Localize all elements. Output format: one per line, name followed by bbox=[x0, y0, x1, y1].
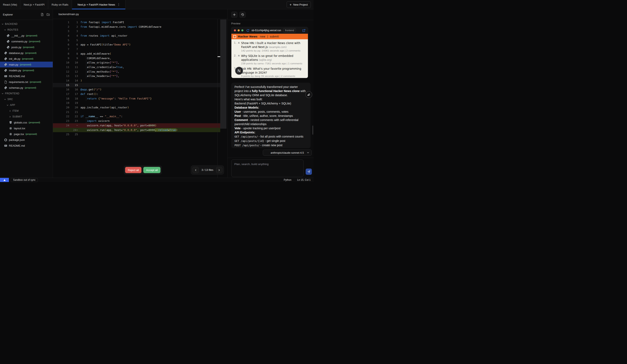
tree-file-layout-tsx[interactable]: layout.tsx bbox=[0, 125, 53, 131]
code-line[interactable]: 24+ uvicorn.run(app, host="0.0.0.0", por… bbox=[53, 128, 220, 132]
language-indicator[interactable]: Python bbox=[284, 178, 291, 181]
tree-file-main-py[interactable]: main.py(proposed) bbox=[0, 62, 53, 67]
code-text: app.include_router(api_router) bbox=[78, 105, 220, 110]
tree-file-globals-css[interactable]: globals.css(proposed) bbox=[0, 119, 53, 125]
prompt-input-box bbox=[231, 159, 304, 177]
prompt-input[interactable] bbox=[231, 160, 303, 177]
folder-label: ITEM bbox=[12, 109, 19, 112]
tree-folder-frontend[interactable]: FRONTEND bbox=[0, 91, 53, 96]
send-button[interactable] bbox=[306, 168, 312, 175]
code-line[interactable]: 2525 bbox=[53, 132, 220, 137]
code-lines[interactable]: 11from fastapi import FastAPI22from fast… bbox=[53, 20, 220, 137]
code-line[interactable]: 22from fastapi.middleware.cors import CO… bbox=[53, 25, 220, 29]
accept-all-button[interactable]: Accept all bbox=[143, 167, 160, 173]
code-line[interactable]: 99 CORSMiddleware, bbox=[53, 56, 220, 61]
python-icon bbox=[4, 52, 7, 54]
tree-file-database-py[interactable]: database.py(proposed) bbox=[0, 50, 53, 56]
code-line[interactable]: 2020app.include_router(api_router) bbox=[53, 105, 220, 110]
chat-scrollbar-thumb[interactable] bbox=[312, 126, 313, 135]
tree-file-comments-py[interactable]: comments.py(proposed) bbox=[0, 39, 53, 44]
tab-next-js-fastapi-hacker-news[interactable]: Next.js + FastAPI Hacker News bbox=[72, 0, 125, 9]
hn-post-title[interactable]: Ask HN: What's your favorite programming… bbox=[241, 67, 301, 74]
hn-post-title[interactable]: Show HN: I built a Hacker News clone wit… bbox=[241, 41, 300, 49]
hn-nav-new[interactable]: new bbox=[260, 35, 265, 38]
editor-scrollbar-thumb[interactable] bbox=[220, 19, 226, 129]
code-line[interactable]: 2222if __name__ == "__main__": bbox=[53, 114, 220, 119]
tree-file-models-py[interactable]: models.py(proposed) bbox=[0, 67, 53, 73]
proposed-badge: (proposed) bbox=[20, 63, 31, 66]
line-number-old: 23 bbox=[53, 119, 69, 123]
tab-next-js-fastapi[interactable]: Next.js + FastAPI bbox=[20, 0, 48, 9]
new-folder-icon[interactable] bbox=[47, 13, 50, 16]
code-text: app = FastAPI(title="Demo API") bbox=[78, 42, 220, 47]
code-line[interactable]: 77 bbox=[53, 47, 220, 52]
hn-post-list: 1.Show HN: I built a Hacker News clone w… bbox=[231, 39, 308, 78]
hn-logo bbox=[233, 35, 236, 38]
upvote-icon[interactable] bbox=[238, 54, 241, 65]
tree-file-requirements-txt[interactable]: requirements.txt(proposed) bbox=[0, 79, 53, 85]
tree-folder-submit[interactable]: SUBMIT bbox=[0, 114, 53, 119]
tree-file-init-py[interactable]: __init__.py(proposed) bbox=[0, 33, 53, 39]
code-line[interactable]: 24− uvicorn.run(app, host="0.0.0.0", por… bbox=[53, 123, 220, 128]
task-list-float-button[interactable] bbox=[306, 91, 312, 98]
tree-file-schemas-py[interactable]: schemas.py(proposed) bbox=[0, 85, 53, 91]
tab-ruby-on-rails[interactable]: Ruby on Rails bbox=[48, 0, 72, 9]
hn-post-title[interactable]: Why SQLite is so great for embedded appl… bbox=[241, 54, 293, 61]
new-chat-button[interactable] bbox=[231, 12, 237, 18]
tree-file-readme-md[interactable]: README.md bbox=[0, 143, 53, 149]
code-line[interactable]: 1717def root(): bbox=[53, 92, 220, 96]
new-file-icon[interactable] bbox=[41, 13, 44, 16]
code-line[interactable]: 1818 return {"message": "Hello from Fast… bbox=[53, 96, 220, 101]
reject-all-button[interactable]: Reject all bbox=[125, 167, 141, 173]
tree-folder-app[interactable]: APP bbox=[0, 102, 53, 108]
tree-folder-routes[interactable]: ROUTES bbox=[0, 27, 53, 33]
code-line[interactable]: 55 bbox=[53, 38, 220, 43]
new-project-button[interactable]: + New Project bbox=[287, 1, 311, 8]
code-line[interactable]: 44from routes import api_router bbox=[53, 34, 220, 38]
line-number-new: 16 bbox=[69, 87, 78, 92]
line-number-old bbox=[53, 128, 69, 132]
python-icon bbox=[7, 40, 10, 43]
nextjs-overlay-badge[interactable]: N bbox=[235, 67, 243, 75]
code-line[interactable]: 66app = FastAPI(title="Demo API") bbox=[53, 42, 220, 47]
tree-folder-item[interactable]: ITEM bbox=[0, 108, 53, 114]
code-text: allow_methods=["*"], bbox=[78, 69, 220, 74]
line-number-new: 7 bbox=[69, 47, 78, 52]
code-line[interactable]: 1616@app.get("/") bbox=[53, 87, 220, 92]
tree-file-init-db-py[interactable]: init_db.py(proposed) bbox=[0, 56, 53, 62]
line-number-new: 15 bbox=[69, 83, 78, 88]
tab-react-vite[interactable]: React (Vite) bbox=[0, 0, 20, 9]
code-line[interactable]: 11from fastapi import FastAPI bbox=[53, 20, 220, 25]
code-line[interactable]: 2323 import uvicorn bbox=[53, 119, 220, 123]
code-line[interactable]: 1919 bbox=[53, 101, 220, 105]
open-external-icon[interactable] bbox=[302, 29, 306, 32]
prev-file-button[interactable] bbox=[193, 167, 199, 173]
upvote-icon[interactable] bbox=[238, 41, 241, 52]
code-line[interactable]: 1212 allow_methods=["*"], bbox=[53, 69, 220, 74]
tree-folder-src[interactable]: SRC bbox=[0, 96, 53, 102]
code-line[interactable]: 1414) bbox=[53, 78, 220, 83]
refresh-icon[interactable] bbox=[246, 29, 249, 32]
code-line[interactable]: 2121 bbox=[53, 110, 220, 114]
tab-options-icon[interactable] bbox=[118, 2, 120, 7]
code-editor[interactable]: backend/main.py 11from fastapi import Fa… bbox=[53, 9, 227, 178]
code-line[interactable]: 1111 allow_credentials=True, bbox=[53, 65, 220, 69]
code-line[interactable]: 33 bbox=[53, 29, 220, 34]
hn-nav-submit[interactable]: submit bbox=[270, 35, 279, 38]
code-text bbox=[78, 47, 220, 52]
history-button[interactable] bbox=[239, 12, 246, 18]
tree-file-package-json[interactable]: package.json bbox=[0, 137, 53, 143]
tree-file-readme-md[interactable]: README.md bbox=[0, 73, 53, 79]
editor-scrollbar[interactable] bbox=[220, 19, 226, 178]
tree-file-posts-py[interactable]: posts.py(proposed) bbox=[0, 44, 53, 50]
code-line[interactable]: 88app.add_middleware( bbox=[53, 52, 220, 56]
sandbox-sync-status[interactable]: Sandbox out of sync bbox=[11, 178, 38, 182]
code-line[interactable]: 1010 allow_origins=["*"], bbox=[53, 60, 220, 65]
cursor-position[interactable]: Ln 15, Col 1 bbox=[297, 178, 311, 181]
model-selector[interactable]: anthropic/claude-sonnet-4.5 bbox=[263, 150, 312, 156]
code-line[interactable]: 1313 allow_headers=["*"], bbox=[53, 74, 220, 78]
next-file-button[interactable] bbox=[216, 167, 222, 173]
code-line[interactable]: 1515 bbox=[53, 83, 220, 88]
tree-file-page-tsx[interactable]: page.tsx(proposed) bbox=[0, 131, 53, 137]
tree-folder-backend[interactable]: BACKEND bbox=[0, 21, 53, 27]
